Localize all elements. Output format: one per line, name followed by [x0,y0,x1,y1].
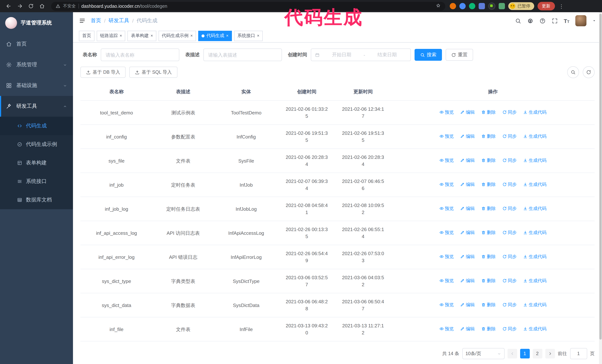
delete-link[interactable]: 删除 [481,205,496,212]
delete-link[interactable]: 删除 [481,133,496,140]
preview-link[interactable]: 预览 [439,157,454,164]
github-icon[interactable] [527,18,533,24]
breadcrumb-home[interactable]: 首页 [91,17,101,24]
edit-link[interactable]: 编辑 [460,133,475,140]
sync-link[interactable]: 同步 [502,157,516,164]
sidebar-item-devtools[interactable]: 研发工具 [0,96,73,117]
sidebar-item-form-builder[interactable]: 表单构建 [0,154,73,172]
edit-link[interactable]: 编辑 [460,253,475,260]
next-page-button[interactable] [545,349,555,358]
scrollbar-thumb[interactable] [599,14,602,340]
sync-link[interactable]: 同步 [502,181,516,188]
paused-badge[interactable]: 已暂停 [508,2,534,10]
extension-icon-2[interactable] [459,3,466,9]
sync-link[interactable]: 同步 [502,133,516,140]
import-sql-button[interactable]: 基于 SQL 导入 [129,67,177,78]
generate-code-link[interactable]: 生成代码 [523,302,547,308]
sync-link[interactable]: 同步 [502,253,516,260]
preview-link[interactable]: 预览 [439,253,454,260]
reset-button[interactable]: 重置 [446,49,473,61]
sync-link[interactable]: 同步 [502,109,516,116]
sync-link[interactable]: 同步 [502,277,516,284]
generate-code-link[interactable]: 生成代码 [523,133,547,140]
tab-tracing[interactable]: 链路追踪× [97,31,125,41]
edit-link[interactable]: 编辑 [460,325,475,333]
generate-code-link[interactable]: 生成代码 [523,229,547,236]
generate-code-link[interactable]: 生成代码 [523,109,547,116]
breadcrumb-devtools[interactable]: 研发工具 [108,17,129,24]
search-button[interactable]: 搜索 [415,49,442,61]
delete-link[interactable]: 删除 [481,181,496,188]
bookmark-star-icon[interactable] [436,3,441,10]
date-range-picker[interactable]: 开始日期 - 结束日期 [311,49,411,61]
generate-code-link[interactable]: 生成代码 [523,277,547,284]
sidebar-item-system[interactable]: 系统管理 [0,54,73,75]
sidebar-item-db-docs[interactable]: 数据库文档 [0,191,73,209]
delete-link[interactable]: 删除 [481,229,496,236]
generate-code-link[interactable]: 生成代码 [523,253,547,260]
prev-page-button[interactable] [507,349,517,358]
generate-code-link[interactable]: 生成代码 [523,157,547,164]
browser-menu-icon[interactable]: ⋮ [558,3,565,9]
preview-link[interactable]: 预览 [439,277,454,284]
browser-forward-icon[interactable] [15,1,24,11]
address-bar[interactable]: 不安全 dashboard.yudao.iocoder.cn/tool/code… [51,2,445,10]
delete-link[interactable]: 删除 [481,253,496,260]
sidebar-item-home[interactable]: 首页 [0,34,73,54]
table-desc-input[interactable] [203,49,282,61]
goto-page-input[interactable] [570,348,587,359]
browser-back-icon[interactable] [4,1,13,11]
extension-icon-1[interactable] [450,3,456,9]
edit-link[interactable]: 编辑 [460,157,475,164]
delete-link[interactable]: 删除 [481,277,496,284]
page-button-2[interactable]: 2 [533,349,542,358]
fullscreen-icon[interactable] [551,18,558,24]
preview-link[interactable]: 预览 [439,133,454,140]
user-avatar[interactable] [575,15,586,26]
tab-close-icon[interactable]: × [150,34,153,38]
sidebar-item-codegen[interactable]: 代码生成 [0,117,73,135]
extension-icon-4[interactable] [479,3,485,9]
sidebar-item-system-api[interactable]: 系统接口 [0,172,73,191]
import-db-button[interactable]: 基于 DB 导入 [80,67,126,78]
tab-close-icon[interactable]: × [190,34,193,38]
edit-link[interactable]: 编辑 [460,109,475,116]
page-size-select[interactable]: 10条/页 [462,348,504,359]
sidebar-item-codegen-example[interactable]: 代码生成示例 [0,135,73,154]
preview-link[interactable]: 预览 [439,181,454,188]
delete-link[interactable]: 删除 [481,157,496,164]
tab-close-icon[interactable]: × [257,34,259,38]
tab-form-builder[interactable]: 表单构建× [128,31,156,41]
preview-link[interactable]: 预览 [439,229,454,236]
generate-code-link[interactable]: 生成代码 [523,205,547,212]
preview-link[interactable]: 预览 [439,302,454,308]
extension-icon-6[interactable] [499,3,505,9]
sync-link[interactable]: 同步 [502,205,516,212]
caret-down-icon[interactable] [592,19,596,23]
delete-link[interactable]: 删除 [481,109,496,116]
tab-close-icon[interactable]: × [120,34,122,38]
edit-link[interactable]: 编辑 [460,229,475,236]
sync-link[interactable]: 同步 [502,229,516,236]
browser-home-icon[interactable] [37,1,47,11]
sync-link[interactable]: 同步 [502,325,516,333]
edit-link[interactable]: 编辑 [460,205,475,212]
search-icon[interactable] [515,18,521,24]
tab-home[interactable]: 首页 [79,31,95,41]
tab-codegen[interactable]: 代码生成× [198,31,232,41]
tab-codegen-example[interactable]: 代码生成示例× [159,31,196,41]
help-icon[interactable] [539,18,546,24]
page-button-1[interactable]: 1 [520,349,530,358]
generate-code-link[interactable]: 生成代码 [523,181,547,188]
delete-link[interactable]: 删除 [481,302,496,308]
sidebar-toggle-icon[interactable] [79,17,86,24]
update-button[interactable]: 更新 [537,2,555,10]
extension-icon-5[interactable] [488,3,495,10]
preview-link[interactable]: 预览 [439,109,454,116]
refresh-table-button[interactable] [583,66,595,78]
table-name-input[interactable] [101,49,179,61]
extension-icon-3[interactable] [469,3,475,9]
generate-code-link[interactable]: 生成代码 [523,325,547,333]
tab-system-api[interactable]: 系统接口× [234,31,263,41]
edit-link[interactable]: 编辑 [460,302,475,308]
